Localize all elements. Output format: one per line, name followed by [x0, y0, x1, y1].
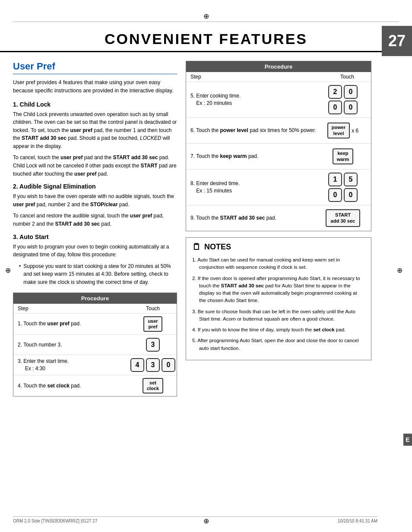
- page-number-tab: 27: [382, 26, 412, 56]
- keys-stacked-5: 2 0 0 0: [328, 85, 358, 115]
- left-proc-row-4: 4. Touch the set clock pad. setclock: [13, 375, 177, 396]
- keys-row-5-bottom: 0 0: [328, 100, 358, 115]
- key-0c: 0: [328, 101, 342, 114]
- right-touch-5: 2 0 0 0: [319, 85, 367, 115]
- key-0d: 0: [344, 101, 358, 114]
- page-footer: ORM 2.0 Side [TINSEB306WRRZ] |0127 27 10…: [13, 516, 377, 523]
- x6-label: x 6: [352, 128, 358, 134]
- right-col-header-touch: Touch: [328, 74, 367, 80]
- right-proc-row-9: 9. Touch the START add 30 sec pad. START…: [186, 205, 371, 231]
- notes-list: 1. Auto Start can be used for manual coo…: [192, 256, 365, 352]
- reg-mark-right: ⊕: [397, 266, 402, 274]
- notes-icon: 🗒: [192, 242, 201, 252]
- key-1: 1: [328, 173, 342, 186]
- right-column: Procedure Step Touch 5. Enter cooking ti…: [186, 61, 371, 397]
- right-step-9: 9. Touch the START add 30 sec pad.: [190, 214, 319, 222]
- key-4: 4: [130, 358, 144, 372]
- note-item-5: 5. After programming Auto Start, open th…: [192, 337, 365, 352]
- right-proc-row-6: 6. Touch the power level pad six times f…: [186, 117, 371, 143]
- keys-stacked-8: 1 5 0 0: [328, 172, 358, 202]
- col-header-step: Step: [18, 305, 133, 312]
- right-proc-header: Procedure: [186, 61, 371, 72]
- col-header-touch: Touch: [133, 305, 172, 312]
- key-0e: 0: [328, 188, 342, 202]
- audible-para1: If you wish to have the oven operate wit…: [13, 192, 177, 208]
- left-proc-row-1: 1. Touch the user pref pad. userpref: [13, 313, 177, 334]
- subsection-audible: 2. Audible Signal Elimination: [13, 183, 177, 190]
- child-lock-para2: To cancel, touch the user pref pad and t…: [13, 154, 177, 178]
- left-step-1: 1. Touch the user pref pad.: [18, 320, 133, 327]
- right-touch-9: STARTadd 30 sec: [319, 209, 367, 227]
- left-step-4: 4. Touch the set clock pad.: [18, 382, 133, 390]
- set-clock-key: setclock: [143, 378, 163, 393]
- left-step-3: 3. Enter the start time. Ex : 4:30: [18, 358, 133, 372]
- notes-box: 🗒 NOTES 1. Auto Start can be used for ma…: [186, 237, 371, 360]
- left-touch-1: userpref: [133, 316, 172, 332]
- right-proc-row-8: 8. Enter desired time. Ex : 15 minutes 1…: [186, 169, 371, 205]
- key-0b: 0: [344, 85, 358, 99]
- user-pref-key: userpref: [143, 316, 162, 332]
- auto-start-intro: If you wish to program your oven to begi…: [13, 243, 177, 259]
- note-item-4: 4. If you wish to know the time of day, …: [192, 326, 365, 334]
- right-touch-7: keepwarm: [319, 148, 367, 164]
- left-proc-col-headers: Step Touch: [13, 304, 177, 313]
- section-intro: User pref provides 4 features that make …: [13, 79, 177, 95]
- right-step-6: 6. Touch the power level pad six times f…: [190, 127, 319, 134]
- key-5: 5: [344, 173, 358, 186]
- start-add-30-key: STARTadd 30 sec: [326, 209, 360, 227]
- auto-start-bullet: Suppose you want to start cooking a stew…: [19, 262, 177, 286]
- footer-right: 10/20/10 8:41:31 AM: [338, 519, 377, 523]
- reg-mark-top: ⊕: [203, 12, 209, 20]
- content-area: User Pref User pref provides 4 features …: [0, 52, 412, 405]
- right-col-header-step: Step: [190, 74, 328, 80]
- child-lock-para1: The Child Lock prevents unwanted oven op…: [13, 110, 177, 151]
- right-step-8: 8. Enter desired time. Ex : 15 minutes: [190, 180, 319, 195]
- left-step-2: 2. Touch number 3.: [18, 341, 133, 349]
- left-column: User Pref User pref provides 4 features …: [13, 61, 177, 397]
- side-tab: E: [403, 434, 412, 446]
- left-proc-header: Procedure: [13, 293, 177, 304]
- subsection-child-lock: 1. Child Lock: [13, 101, 177, 108]
- left-touch-4: setclock: [133, 378, 172, 393]
- keys-row-8-bottom: 0 0: [328, 188, 358, 202]
- left-proc-row-3: 3. Enter the start time. Ex : 4:30 4 3 0: [13, 355, 177, 375]
- keep-warm-key: keepwarm: [333, 148, 354, 164]
- notes-title: 🗒 NOTES: [192, 242, 365, 252]
- right-procedure-table: Procedure Step Touch 5. Enter cooking ti…: [186, 61, 371, 231]
- right-step-5: 5. Enter cooking time. Ex : 20 minutes: [190, 92, 319, 107]
- left-procedure-table: Procedure Step Touch 1. Touch the user p…: [13, 293, 177, 397]
- key-3: 3: [146, 338, 160, 352]
- note-item-2: 2. If the oven door is opened after prog…: [192, 275, 365, 305]
- reg-mark-left: ⊕: [5, 266, 11, 274]
- left-touch-3: 4 3 0: [133, 358, 172, 372]
- right-touch-6: powerlevel x 6: [319, 123, 367, 138]
- right-step-7: 7. Touch the keep warm pad.: [190, 153, 319, 160]
- right-proc-row-5: 5. Enter cooking time. Ex : 20 minutes 2…: [186, 82, 371, 117]
- page-title: CONVENIENT FEATURES: [17, 31, 395, 47]
- subsection-auto-start: 3. Auto Start: [13, 233, 177, 240]
- key-0a: 0: [162, 358, 175, 372]
- left-proc-row-2: 2. Touch number 3. 3: [13, 334, 177, 355]
- key-0f: 0: [344, 188, 358, 202]
- right-proc-row-7: 7. Touch the keep warm pad. keepwarm: [186, 143, 371, 169]
- right-proc-col-headers: Step Touch: [186, 72, 371, 82]
- keys-row-8-top: 1 5: [328, 172, 358, 187]
- right-touch-8: 1 5 0 0: [319, 172, 367, 202]
- page-header: CONVENIENT FEATURES: [0, 22, 412, 52]
- footer-left: ORM 2.0 Side [TINSEB306WRRZ] |0127 27: [13, 519, 97, 523]
- audible-para2: To cancel and restore the audible signal…: [13, 212, 177, 228]
- keys-row-5-top: 2 0: [328, 85, 358, 99]
- key-3b: 3: [146, 358, 160, 372]
- note-item-3: 3. Be sure to choose foods that can be l…: [192, 308, 365, 323]
- key-2: 2: [328, 85, 342, 99]
- section-title-user-pref: User Pref: [13, 61, 177, 74]
- power-level-key: powerlevel: [327, 123, 350, 138]
- left-touch-2: 3: [133, 337, 172, 352]
- note-item-1: 1. Auto Start can be used for manual coo…: [192, 256, 365, 271]
